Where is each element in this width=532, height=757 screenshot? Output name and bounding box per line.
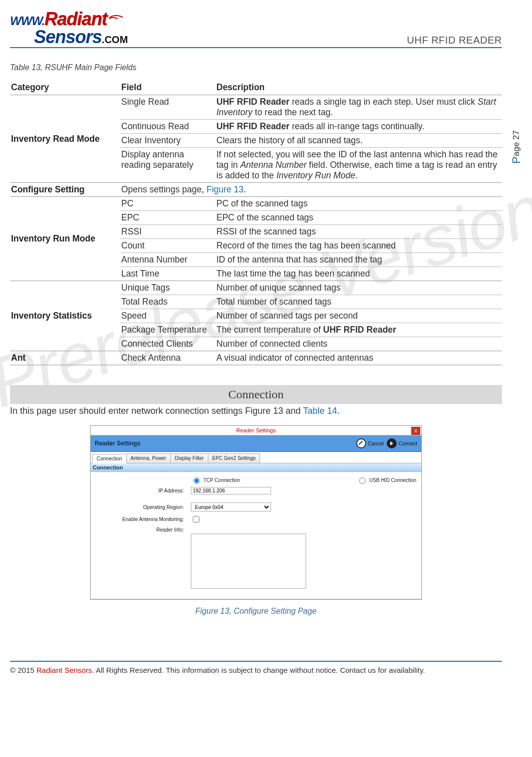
description-cell: A visual indicator of connected antennas — [215, 351, 502, 365]
description-cell: The current temperature of UHF RFID Read… — [215, 323, 502, 337]
col-description: Description — [215, 80, 502, 95]
cancel-button[interactable]: Cancel — [356, 438, 384, 448]
description-cell: Number of connected clients — [215, 337, 502, 351]
description-cell: RSSI of the scanned tags — [215, 225, 502, 239]
field-cell: Single Read — [120, 95, 215, 120]
description-cell: Clears the history of all scanned tags. — [215, 134, 502, 148]
category-cell: Ant — [10, 351, 120, 365]
dialog-tabs: Connection Antenna, Power Display Filter… — [91, 452, 421, 463]
tab-antenna-power[interactable]: Antenna, Power — [126, 453, 171, 463]
field-cell: RSSI — [120, 225, 215, 239]
table-row: AntCheck AntennaA visual indicator of co… — [10, 351, 502, 365]
dialog-titlebar: Reader Settings x — [91, 426, 421, 435]
field-cell: Antenna Number — [120, 253, 215, 267]
ip-address-input[interactable] — [191, 487, 271, 494]
field-cell: Clear Inventory — [120, 134, 215, 148]
ip-address-label: IP Address: — [96, 488, 186, 493]
tcp-connection-radio[interactable] — [193, 477, 200, 484]
logo-www: WWW. — [10, 14, 45, 28]
logo-wave-icon — [107, 16, 127, 25]
text-part: UHF RFID Reader — [323, 325, 396, 335]
field-cell: Unique Tags — [120, 281, 215, 295]
field-cell: Last Time — [120, 267, 215, 281]
table-row: Inventory StatisticsUnique TagsNumber of… — [10, 281, 502, 295]
reader-info-box — [191, 534, 306, 589]
dialog-ribbon: Reader Settings Cancel Connect — [91, 435, 421, 452]
table-caption: Table 13, RSUHF Main Page Fields — [10, 63, 502, 72]
play-icon — [387, 438, 397, 448]
description-cell: Total number of scanned tags — [215, 295, 502, 309]
connect-label: Connect — [399, 441, 417, 446]
close-button[interactable]: x — [411, 427, 420, 435]
section-intro-post: . — [337, 406, 340, 416]
field-cell: Continuous Read — [120, 120, 215, 134]
field-cell: Check Antenna — [120, 351, 215, 365]
table-row: Inventory Run ModePCPC of the scanned ta… — [10, 197, 502, 211]
table14-link[interactable]: Table 14 — [303, 406, 337, 416]
usb-hid-label: USB HID Connection — [369, 477, 416, 483]
description-cell: Opens settings page, Figure 13. — [120, 183, 502, 197]
table-header-row: Category Field Description — [10, 80, 502, 95]
section-intro: In this page user should enter network c… — [10, 404, 502, 425]
connect-button[interactable]: Connect — [387, 438, 417, 448]
tab-body-connection: Connection TCP Connection USB HID Connec… — [91, 463, 421, 599]
field-cell: EPC — [120, 211, 215, 225]
group-connection-title: Connection — [91, 463, 421, 472]
text-part: reads a single tag in each step. User mu… — [290, 97, 477, 107]
description-cell: Number of unique scanned tags — [215, 281, 502, 295]
text-part: Antenna Number — [240, 160, 307, 170]
footer-copyright-post: . All Rights Reserved. This information … — [92, 666, 425, 674]
text-part: . — [243, 184, 246, 194]
text-part: Opens settings page, — [121, 184, 206, 194]
field-cell: Package Temperature — [120, 323, 215, 337]
figure-caption: Figure 13, Configure Setting Page — [10, 607, 502, 616]
tab-display-filter[interactable]: Display Filter — [170, 453, 208, 463]
field-cell: Connected Clients — [120, 337, 215, 351]
tab-connection[interactable]: Connection — [92, 454, 127, 463]
category-cell: Inventory Read Mode — [10, 95, 120, 183]
cancel-label: Cancel — [368, 441, 384, 446]
dialog-window-title: Reader Settings — [236, 427, 276, 433]
field-cell: Count — [120, 239, 215, 253]
enable-antenna-monitoring-checkbox[interactable] — [193, 516, 199, 523]
page-header: WWW.Radiant Sensors.COM UHF RFID READER — [10, 10, 502, 48]
page-number: Page 27 — [510, 130, 523, 164]
section-intro-pre: In this page user should enter network c… — [10, 406, 303, 416]
tcp-connection-label: TCP Connection — [203, 477, 240, 483]
ribbon-title: Reader Settings — [95, 440, 140, 447]
text-part: UHF RFID Reader — [216, 121, 290, 131]
description-cell: UHF RFID Reader reads all in-range tags … — [215, 120, 502, 134]
text-part: . — [355, 170, 358, 180]
col-field: Field — [120, 80, 215, 95]
table-row: Inventory Read ModeSingle ReadUHF RFID R… — [10, 95, 502, 120]
category-cell: Inventory Statistics — [10, 281, 120, 351]
footer-brand: Radiant Sensors — [37, 666, 92, 674]
description-cell: EPC of the scanned tags — [215, 211, 502, 225]
text-part: reads all in-range tags continually. — [290, 121, 424, 131]
section-heading-connection: Connection — [10, 385, 502, 404]
page-number-rest: age 27 — [511, 130, 521, 156]
field-cell: Display antenna reading separately — [120, 148, 215, 183]
document-title: UHF RFID READER — [407, 35, 502, 46]
description-cell: If not selected, you will see the ID of … — [215, 148, 502, 183]
reader-settings-dialog: Reader Settings x Reader Settings Cancel… — [90, 425, 422, 600]
operating-region-select[interactable]: Europe 0x04 — [191, 502, 271, 512]
logo-sensors: Sensors — [34, 27, 102, 47]
category-cell: Inventory Run Mode — [10, 197, 120, 281]
logo-com: .COM — [102, 34, 128, 45]
text-part[interactable]: Figure 13 — [206, 184, 243, 194]
description-cell: Record of the times the tag has been sca… — [215, 239, 502, 253]
description-cell: The last time the tag has been scanned — [215, 267, 502, 281]
enable-antenna-monitoring-label: Enable Antenna Monitoring: — [96, 517, 186, 522]
reader-info-label: Reader Info: — [96, 527, 186, 533]
footer: © 2015 Radiant Sensors. All Rights Reser… — [10, 662, 502, 674]
tab-epc-gen2[interactable]: EPC Gen2 Settings — [208, 453, 260, 463]
logo: WWW.Radiant Sensors.COM — [10, 10, 128, 46]
table-row: Configure SettingOpens settings page, Fi… — [10, 183, 502, 197]
operating-region-label: Operating Region: — [96, 504, 186, 510]
cancel-icon — [356, 438, 366, 448]
col-category: Category — [10, 80, 120, 95]
page-number-prefix: P — [510, 156, 522, 164]
usb-hid-radio[interactable] — [359, 477, 366, 484]
field-cell: Total Reads — [120, 295, 215, 309]
